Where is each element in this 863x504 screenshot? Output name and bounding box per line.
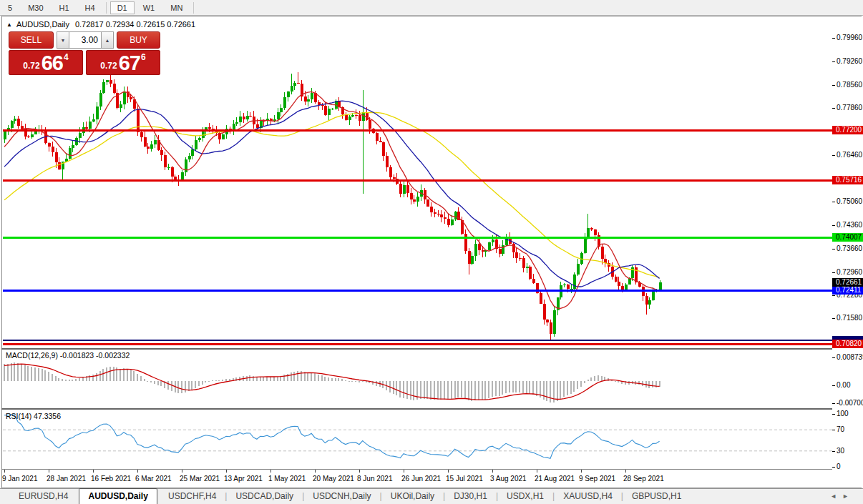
candle-body-down (594, 229, 597, 236)
candle-body-up (123, 92, 126, 104)
sr-level-line-green[interactable] (3, 237, 832, 239)
sell-button[interactable]: SELL (9, 31, 54, 49)
date-tick-label: 9 Sep 2021 (579, 475, 615, 483)
macd-histogram-bar (461, 381, 462, 397)
candle-body-down (499, 249, 502, 254)
candle-body-up (106, 80, 109, 81)
candle-body-up (277, 112, 280, 119)
timeframe-button-d1[interactable]: D1 (110, 1, 135, 14)
rsi-indicator-canvas[interactable] (3, 410, 832, 468)
tab-scroll-right-icon[interactable]: ► (842, 493, 854, 500)
candle-body-down (55, 152, 58, 163)
macd-histogram-bar (27, 366, 29, 381)
timeframe-button-h4[interactable]: H4 (78, 1, 102, 14)
macd-histogram-bar (573, 381, 575, 392)
macd-histogram-bar (594, 376, 595, 381)
timeframe-button-m30[interactable]: M30 (21, 1, 50, 14)
macd-histogram-bar (420, 381, 421, 399)
candle-body-down (144, 137, 147, 147)
candle-body-down (359, 115, 361, 120)
candle-body-up (222, 134, 225, 139)
sell-price-display[interactable]: 0.72 66 4 (9, 50, 83, 75)
chart-tab-ukoil[interactable]: UKOil,Daily (382, 489, 443, 504)
chart-tab-dj30[interactable]: DJ30,H1 (445, 489, 496, 504)
candle-body-down (532, 279, 535, 284)
candle-body-down (413, 199, 416, 202)
macd-histogram-bar (171, 381, 172, 391)
sr-level-line-red[interactable] (3, 343, 832, 345)
candle-body-up (628, 278, 631, 284)
sr-level-line-navy[interactable] (3, 340, 832, 341)
rsi-tick-mark (832, 451, 835, 452)
tab-scroll-left-icon[interactable]: ◄ (830, 493, 842, 500)
timeframe-button-w1[interactable]: W1 (136, 1, 162, 14)
date-tick-label: 20 May 2021 (313, 475, 354, 483)
candle-body-up (451, 219, 454, 224)
timeframe-button-mn[interactable]: MN (163, 1, 190, 14)
macd-histogram-bar (478, 381, 479, 400)
collapse-panel-icon[interactable]: ▲ (6, 21, 12, 28)
macd-histogram-bar (584, 381, 585, 383)
sr-level-line-red[interactable] (3, 129, 832, 132)
one-click-trading-panel: SELL ▼ ▲ BUY 0.72 66 4 0.72 67 6 (9, 31, 160, 75)
chart-tab-xauusd[interactable]: XAUUSD,H4 (555, 489, 621, 504)
macd-histogram-bar (79, 378, 80, 381)
macd-histogram-bar (291, 372, 292, 381)
sell-price-big-digits: 66 (42, 53, 63, 74)
volume-input[interactable] (69, 31, 101, 49)
macd-histogram-bar (426, 381, 428, 399)
macd-histogram-bar (484, 381, 486, 400)
candle-body-down (52, 147, 54, 152)
pane-splitter[interactable] (1, 348, 862, 350)
macd-histogram-bar (526, 381, 527, 393)
chart-tab-usdx[interactable]: USDX,H1 (498, 489, 552, 504)
candle-body-up (573, 275, 576, 289)
volume-decrease-button[interactable]: ▼ (57, 31, 69, 49)
macd-histogram-bar (4, 364, 5, 381)
date-axis[interactable]: 9 Jan 202128 Jan 202116 Feb 20216 Mar 20… (2, 470, 862, 488)
chart-tab-gbpusd[interactable]: GBPUSD,H1 (623, 489, 690, 504)
macd-histogram-bar (38, 368, 39, 381)
date-tick-mark (492, 470, 493, 473)
candle-body-up (235, 122, 238, 124)
candle-body-down (109, 80, 112, 84)
price-tick-label: 0.75060 (837, 197, 862, 205)
macd-histogram-bar (72, 380, 73, 381)
macd-histogram-bar (212, 380, 213, 381)
sr-level-line-blue[interactable] (3, 290, 832, 292)
price-tick-mark (832, 61, 835, 62)
macd-histogram-bar (133, 371, 135, 381)
volume-spinner: ▼ ▲ (57, 31, 114, 49)
date-tick-mark (537, 470, 537, 473)
candle-body-up (79, 133, 82, 138)
date-tick-mark (182, 470, 182, 473)
volume-increase-button[interactable]: ▲ (101, 31, 114, 49)
tab-scroll-arrows[interactable]: ◄► (830, 493, 854, 500)
chart-tab-usdchf[interactable]: USDCHF,H4 (160, 489, 225, 504)
candle-body-up (526, 267, 529, 267)
timeframe-button-h1[interactable]: H1 (52, 1, 77, 14)
pane-splitter[interactable] (1, 408, 862, 410)
chart-symbol-title: AUDUSD,Daily (16, 20, 69, 29)
sr-level-line-red[interactable] (3, 179, 832, 182)
chart-tab-usdcad[interactable]: USDCAD,Daily (227, 489, 302, 504)
macd-histogram-bar (601, 376, 603, 381)
chart-tab-eurusd[interactable]: EURUSD,H4 (10, 489, 77, 504)
candle-body-up (454, 212, 457, 219)
buy-button[interactable]: BUY (117, 31, 160, 49)
buy-price-display[interactable]: 0.72 67 6 (86, 50, 160, 75)
macd-histogram-bar (522, 381, 524, 393)
chart-tab-audusd[interactable]: AUDUSD,Daily (79, 488, 157, 504)
chart-tab-usdcnh[interactable]: USDCNH,Daily (304, 489, 379, 504)
timeframe-button-5[interactable]: 5 (1, 1, 19, 14)
price-tick-mark (832, 318, 835, 319)
candle-body-down (437, 214, 440, 214)
candle-body-down (164, 155, 167, 167)
candle-body-down (440, 214, 443, 217)
candle-body-up (31, 134, 34, 137)
price-tick-label: 0.72960 (837, 268, 862, 276)
rsi-axis-label: 70 (837, 425, 844, 433)
price-axis[interactable]: 0.799600.792600.785600.778600.764600.750… (832, 16, 863, 470)
sr-level-price-label: 0.77200 (832, 126, 863, 134)
macd-histogram-bar (218, 380, 220, 381)
